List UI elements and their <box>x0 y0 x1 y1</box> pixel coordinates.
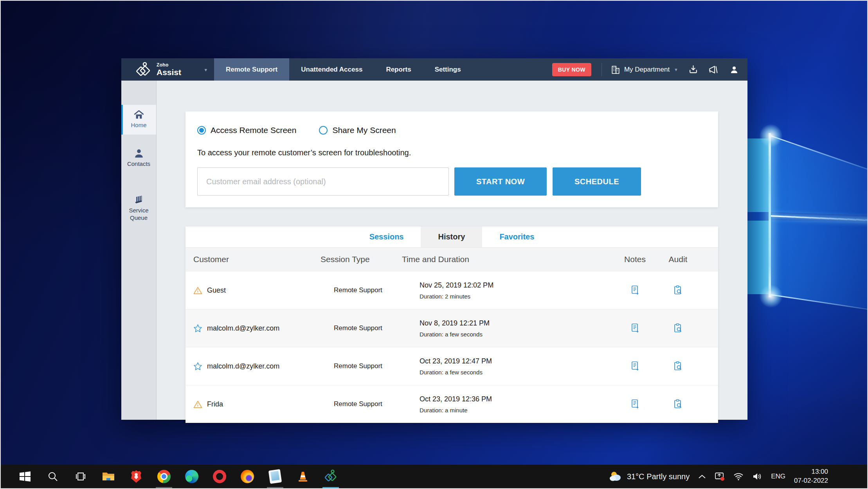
radio-unselected-icon[interactable] <box>319 126 328 135</box>
customer-email-input[interactable] <box>197 167 449 196</box>
notes-icon[interactable] <box>612 285 657 295</box>
history-tabs: Sessions History Favorites <box>185 227 718 248</box>
taskbar-search-button[interactable] <box>43 465 62 488</box>
windows-taskbar: 31°C Partly sunny ENG 13:00 07-02-2022 <box>1 465 868 488</box>
edge-browser-button[interactable] <box>182 465 201 488</box>
col-audit: Audit <box>657 255 699 264</box>
table-row[interactable]: Frida Remote Support Oct 23, 2019 12:36 … <box>185 385 718 423</box>
wallpaper-glow-bottom <box>759 284 783 308</box>
sidebar-item-contacts[interactable]: Contacts <box>121 143 156 173</box>
opera-browser-button[interactable] <box>210 465 229 488</box>
department-selector[interactable]: My Department ▼ <box>610 65 678 75</box>
firefox-browser-button[interactable] <box>238 465 257 488</box>
firefox-icon <box>241 470 254 483</box>
nav-tab-settings[interactable]: Settings <box>423 58 473 81</box>
radio-selected-icon[interactable] <box>197 126 206 135</box>
session-type: Remote Support <box>321 362 402 370</box>
nav-tab-reports[interactable]: Reports <box>374 58 423 81</box>
col-time-duration: Time and Duration <box>402 255 612 264</box>
main-nav: Remote Support Unattended Access Reports… <box>214 58 473 81</box>
table-row[interactable]: malcolm.d@zylker.com Remote Support Nov … <box>185 309 718 347</box>
nav-tab-remote-support[interactable]: Remote Support <box>214 58 289 81</box>
department-building-icon <box>610 65 621 75</box>
table-row[interactable]: malcolm.d@zylker.com Remote Support Oct … <box>185 347 718 385</box>
notes-icon[interactable] <box>612 323 657 333</box>
session-duration: Duration: a minute <box>420 407 612 413</box>
app-logo[interactable]: Zoho Assist ▾ <box>121 58 214 81</box>
announcements-megaphone-icon[interactable] <box>708 65 719 75</box>
tab-favorites[interactable]: Favorites <box>482 227 551 247</box>
audit-icon[interactable] <box>657 361 699 371</box>
table-header: Customer Session Type Time and Duration … <box>185 248 718 271</box>
task-view-button[interactable] <box>71 465 90 488</box>
open-app-indicator <box>156 487 172 488</box>
notepad-app-button[interactable] <box>266 465 285 488</box>
session-duration: Duration: 2 minutes <box>420 293 612 300</box>
session-time: Oct 23, 2019 12:36 PM <box>420 395 612 403</box>
edge-icon <box>185 470 198 483</box>
system-tray: 31°C Partly sunny ENG 13:00 07-02-2022 <box>609 465 868 488</box>
contacts-icon <box>134 149 144 158</box>
language-indicator[interactable]: ENG <box>771 473 785 480</box>
tray-date: 07-02-2022 <box>794 476 828 485</box>
schedule-button[interactable]: SCHEDULE <box>553 167 641 196</box>
start-now-button[interactable]: START NOW <box>454 167 547 196</box>
partly-sunny-icon <box>609 471 622 482</box>
tray-temperature: 31°C <box>627 472 645 481</box>
buy-now-button[interactable]: BUY NOW <box>552 63 591 76</box>
file-explorer-button[interactable] <box>99 465 118 488</box>
session-duration: Duration: a few seconds <box>420 331 612 338</box>
main-content: Access Remote Screen Share My Screen To … <box>157 81 747 420</box>
table-row[interactable]: Guest Remote Support Nov 25, 2019 12:02 … <box>185 271 718 309</box>
brand-zoho: Zoho <box>157 63 181 67</box>
sidebar-label: Service Queue <box>122 207 155 222</box>
notes-icon[interactable] <box>612 361 657 371</box>
sessions-history-card: Sessions History Favorites Customer Sess… <box>185 227 718 423</box>
tab-sessions[interactable]: Sessions <box>352 227 421 247</box>
session-duration: Duration: a few seconds <box>420 369 612 376</box>
customer-name: malcolm.d@zylker.com <box>207 324 279 333</box>
volume-icon[interactable] <box>752 472 762 481</box>
audit-icon[interactable] <box>657 285 699 295</box>
chrome-browser-button[interactable] <box>155 465 173 488</box>
sidebar-item-service-queue[interactable]: Service Queue <box>121 189 156 227</box>
active-app-indicator <box>322 487 339 488</box>
weather-widget[interactable]: 31°C Partly sunny <box>609 471 690 482</box>
wallpaper-beam-bottom <box>771 218 868 312</box>
tab-history[interactable]: History <box>421 227 482 247</box>
start-button[interactable] <box>16 465 34 488</box>
favorite-star-icon <box>193 324 202 333</box>
notes-icon[interactable] <box>612 399 657 409</box>
download-icon[interactable] <box>688 65 698 74</box>
user-profile-icon[interactable] <box>729 65 739 74</box>
sidebar-item-home[interactable]: Home <box>121 105 156 135</box>
audit-icon[interactable] <box>657 399 699 409</box>
brave-browser-button[interactable] <box>127 465 146 488</box>
taskbar-clock[interactable]: 13:00 07-02-2022 <box>794 467 828 485</box>
tray-chevron-up-icon[interactable] <box>698 474 706 479</box>
nav-tab-unattended-access[interactable]: Unattended Access <box>289 58 374 81</box>
session-description: To access your remote customer’s screen … <box>197 148 706 157</box>
wallpaper-ray-middle <box>771 215 868 221</box>
vlc-player-button[interactable] <box>294 465 312 488</box>
brand-assist: Assist <box>157 68 181 76</box>
session-time: Oct 23, 2019 12:47 PM <box>420 357 612 365</box>
opera-icon <box>213 470 226 483</box>
windows-logo-icon <box>19 471 31 482</box>
warning-icon <box>193 400 202 408</box>
zoho-assist-taskbar-button[interactable] <box>321 465 340 488</box>
radio-share-my-screen[interactable]: Share My Screen <box>319 126 396 135</box>
zoho-assist-window: Zoho Assist ▾ Remote Support Unattended … <box>121 58 747 420</box>
customer-name: malcolm.d@zylker.com <box>207 362 279 370</box>
radio-access-remote-screen[interactable]: Access Remote Screen <box>197 126 296 135</box>
col-session-type: Session Type <box>321 255 402 264</box>
home-icon <box>134 110 144 119</box>
wifi-icon[interactable] <box>733 472 744 481</box>
chevron-down-icon[interactable]: ▾ <box>204 67 207 73</box>
tray-screen-share-icon[interactable] <box>715 472 725 481</box>
task-view-icon <box>75 471 86 482</box>
sidebar: Home Contacts Service Queue <box>121 81 157 420</box>
zoho-assist-icon <box>324 469 337 484</box>
audit-icon[interactable] <box>657 323 699 333</box>
customer-name: Guest <box>207 286 226 295</box>
